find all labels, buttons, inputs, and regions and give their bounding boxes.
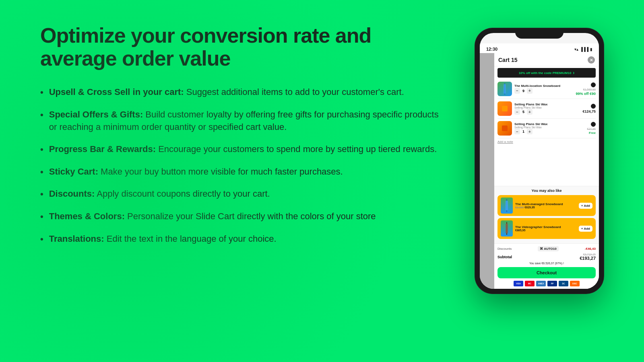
- upsell-add-button-1[interactable]: + Add: [579, 203, 592, 209]
- item-subtitle-2: Selling Plans Ski Wax: [514, 106, 580, 109]
- item-toggle-1[interactable]: [591, 82, 596, 87]
- svg-rect-2: [502, 106, 508, 111]
- bullet: •: [40, 188, 43, 201]
- feature-bold: Progress Bar & Rewards:: [49, 144, 156, 154]
- discount-label: Discounts: [497, 247, 512, 251]
- phone-screen: 12:30 ▾▴ ▐▐▐ ▮: [480, 33, 599, 289]
- subtotal-new-price: €193,27: [580, 256, 596, 261]
- item-qty-3: − 1 +: [514, 129, 585, 134]
- item-sale-price-1: 99% off €90: [576, 92, 596, 96]
- bullet: •: [40, 211, 43, 223]
- feature-bold: Special Offers & Gifts:: [49, 109, 143, 119]
- feature-item: •Progress Bar & Rewards: Encourage your …: [40, 143, 443, 156]
- item-price-area-1: €1,560.93 99% off €90: [576, 82, 596, 96]
- feature-text: Progress Bar & Rewards: Encourage your c…: [49, 143, 443, 156]
- upsell-item-2: The Videographer Snowboard €885,95 + Add: [497, 218, 596, 239]
- feature-list: •Upsell & Cross Sell in your cart: Sugge…: [40, 86, 443, 245]
- wifi-icon: ▾▴: [574, 47, 578, 51]
- item-image-1: [497, 82, 512, 96]
- svg-rect-1: [504, 84, 506, 94]
- item-toggle-2[interactable]: [591, 104, 596, 109]
- item-name-2: Selling Plans Ski Wax: [514, 103, 580, 107]
- payment-icons: VISA MC AMEX PP DC DISC: [497, 281, 596, 286]
- upsell-name-2: The Videographer Snowboard: [515, 225, 576, 229]
- item-details-3: Selling Plans Ski Wax Selling Plans Ski …: [514, 122, 585, 135]
- discount-amount: -€46,43: [585, 247, 596, 251]
- cart-count: 15: [511, 57, 518, 63]
- qty-value-1: 9: [522, 89, 524, 93]
- qty-increase-1[interactable]: +: [527, 88, 533, 94]
- promo-text: 10% off with the code PREMIUM10: [519, 71, 572, 75]
- item-price-area-3: €24,95 Free: [587, 122, 596, 135]
- feature-item: •Special Offers & Gifts: Build customer …: [40, 109, 443, 134]
- discount-row: Discounts ⌘ AUTO10 -€46,43: [497, 246, 596, 251]
- diners-icon: DC: [559, 281, 568, 286]
- item-original-price-1: €1,560.93: [583, 88, 596, 91]
- upsell-details-1: The Multi-managed Snowboard €3.000 €629,…: [515, 202, 576, 209]
- feature-bold: Sticky Cart:: [49, 167, 98, 177]
- feature-bold: Translations:: [49, 234, 104, 244]
- bullet: •: [40, 144, 43, 156]
- bullet: •: [40, 86, 43, 99]
- cart-title-text: Cart: [498, 57, 510, 63]
- qty-decrease-3[interactable]: −: [514, 129, 520, 134]
- svg-rect-3: [502, 125, 508, 131]
- signal-icon: ▐▐▐: [580, 47, 588, 51]
- right-panel: 12:30 ▾▴ ▐▐▐ ▮: [467, 20, 612, 294]
- savings-text: You save €6.526,37 (97%) !: [497, 262, 596, 265]
- phone-mockup: 12:30 ▾▴ ▐▐▐ ▮: [475, 28, 604, 294]
- feature-bold: Themes & Colors:: [49, 211, 125, 221]
- qty-value-3: 1: [522, 130, 524, 134]
- feature-item: •Themes & Colors: Personalize your Slide…: [40, 210, 443, 223]
- item-free-tag-3: Free: [589, 131, 596, 135]
- upsell-add-button-2[interactable]: + Add: [579, 226, 592, 232]
- cart-items-list[interactable]: The Multi-location Snowboard − 9 +: [494, 79, 599, 186]
- qty-decrease-1[interactable]: −: [514, 88, 520, 94]
- checkout-button[interactable]: Checkout: [497, 267, 596, 278]
- item-name-3: Selling Plans Ski Wax: [514, 122, 585, 126]
- item-image-3: [497, 121, 512, 136]
- discount-code: ⌘ AUTO10: [538, 246, 558, 251]
- feature-item: •Sticky Cart: Make your buy button more …: [40, 166, 443, 179]
- feature-text: Themes & Colors: Personalize your Slide …: [49, 210, 443, 223]
- subtotal-prices: €3,719.25 €193,27: [580, 253, 596, 261]
- feature-bold: Discounts:: [49, 189, 95, 199]
- discover-icon: DISC: [570, 281, 580, 286]
- subtotal-row: Subtotal €3,719.25 €193,27: [497, 253, 596, 261]
- cart-header: Cart 15 ✕: [494, 53, 599, 66]
- upsell-image-2: [501, 220, 513, 237]
- feature-text: Special Offers & Gifts: Build customer l…: [49, 109, 443, 134]
- svg-rect-7: [506, 224, 508, 233]
- left-panel: Optimize your conversion rate and averag…: [40, 20, 443, 246]
- feature-text: Sticky Cart: Make your buy button more v…: [49, 166, 443, 178]
- cart-title: Cart 15: [498, 57, 517, 63]
- add-note-link[interactable]: Add a note: [497, 138, 596, 145]
- amex-icon: AMEX: [536, 281, 546, 286]
- cart-content: Cart 15 ✕ 10% off with the code PREMIUM1…: [494, 53, 599, 289]
- item-price-area-2: €124,75: [582, 104, 596, 113]
- cart-close-button[interactable]: ✕: [588, 56, 595, 64]
- qty-increase-2[interactable]: +: [527, 109, 533, 115]
- subtotal-label: Subtotal: [497, 255, 512, 259]
- qty-decrease-2[interactable]: −: [514, 109, 520, 115]
- phone-content-area: Cart 15 ✕ 10% off with the code PREMIUM1…: [480, 53, 599, 289]
- cart-item-2: Selling Plans Ski Wax Selling Plans Ski …: [497, 99, 596, 119]
- item-price-2: €124,75: [582, 109, 596, 113]
- qty-value-2: 5: [522, 110, 524, 114]
- feature-item: •Translations: Edit the text in the lang…: [40, 233, 443, 246]
- feature-bold: Upsell & Cross Sell in your cart:: [49, 87, 184, 97]
- visa-icon: VISA: [514, 281, 523, 286]
- upsell-old-price-1: €3.000: [515, 206, 524, 209]
- qty-increase-3[interactable]: +: [527, 129, 533, 134]
- upsell-image-1: [501, 197, 513, 214]
- upsell-prices-1: €3.000 €629,95: [515, 206, 576, 209]
- svg-rect-5: [506, 201, 508, 210]
- item-toggle-3[interactable]: [591, 122, 596, 127]
- bullet: •: [40, 109, 43, 121]
- upsell-new-price-1: €629,95: [524, 206, 535, 209]
- item-qty-1: − 9 +: [514, 88, 573, 94]
- item-original-price-3: €24,95: [587, 128, 596, 130]
- feature-text: Discounts: Apply discount coupons direct…: [49, 188, 443, 200]
- upsell-name-1: The Multi-managed Snowboard: [515, 202, 576, 206]
- item-details-1: The Multi-location Snowboard − 9 +: [514, 84, 573, 94]
